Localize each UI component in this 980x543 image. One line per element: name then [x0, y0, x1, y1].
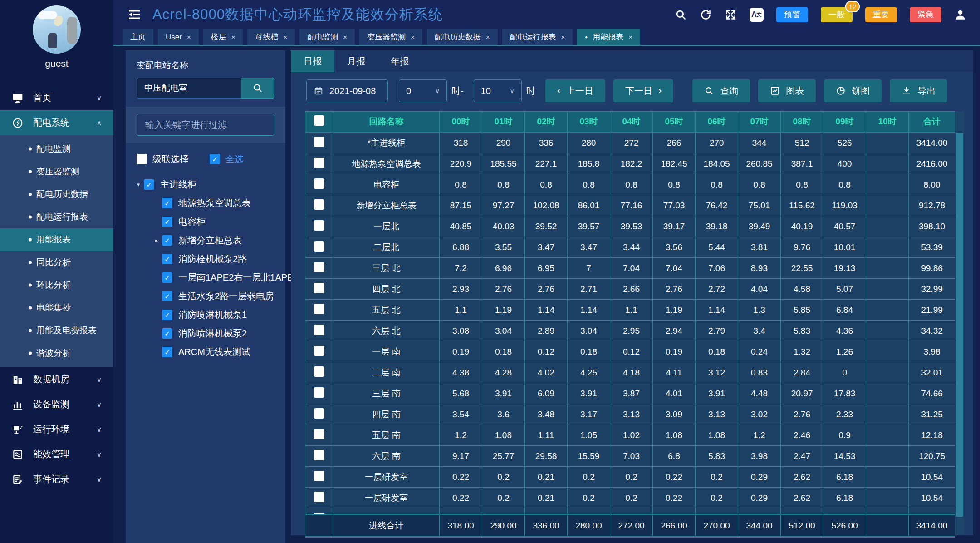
tree-node[interactable]: ✓消防喷淋机械泵2 [133, 324, 285, 343]
report-tab-年报[interactable]: 年报 [378, 50, 421, 72]
checkbox-unchecked[interactable] [314, 387, 324, 398]
checkbox-checked[interactable]: ✓ [144, 179, 154, 190]
sidebar-subitem[interactable]: 环比分析 [0, 274, 113, 296]
refresh-icon[interactable] [700, 9, 712, 21]
checkbox-unchecked[interactable] [314, 199, 324, 210]
alarm-button-3[interactable]: 重要 [865, 7, 897, 22]
window-tab[interactable]: 母线槽× [247, 29, 295, 45]
hour-start-select[interactable]: 0 ∨ [399, 79, 447, 102]
checkbox-unchecked[interactable] [314, 346, 324, 356]
checkbox-checked[interactable]: ✓ [162, 272, 172, 283]
sidebar-subitem[interactable]: 同比分析 [0, 251, 113, 274]
action-button-查询[interactable]: 查询 [692, 79, 750, 102]
checkbox-unchecked[interactable] [314, 115, 324, 126]
sidebar-subitem[interactable]: 电能集抄 [0, 296, 113, 319]
checkbox-unchecked[interactable] [314, 304, 324, 314]
checkbox-checked[interactable]: ✓ [162, 291, 172, 301]
close-icon[interactable]: × [283, 33, 287, 41]
sidebar-subitem[interactable]: 配电运行报表 [0, 206, 113, 228]
sidebar-item[interactable]: 运行环境∨ [0, 417, 113, 442]
checkbox-checked[interactable]: ✓ [162, 217, 172, 227]
checkbox-unchecked[interactable] [314, 429, 324, 439]
action-button-饼图[interactable]: 饼图 [824, 79, 882, 102]
select-all-checkbox[interactable]: ✓ 全选 [210, 153, 244, 165]
checkbox-checked[interactable]: ✓ [162, 310, 172, 320]
hour-end-select[interactable]: 10 ∨ [474, 79, 522, 102]
close-icon[interactable]: × [187, 33, 191, 41]
close-icon[interactable]: × [561, 33, 565, 41]
language-icon[interactable]: A文 [750, 8, 764, 22]
checkbox-unchecked[interactable] [314, 492, 324, 502]
checkbox-unchecked[interactable] [314, 262, 324, 272]
station-search-button[interactable] [241, 78, 274, 99]
caret-right-icon[interactable]: ▸ [151, 237, 162, 244]
window-tab[interactable]: 配电运行报表× [502, 29, 573, 45]
close-icon[interactable]: × [231, 33, 235, 41]
action-button-导出[interactable]: 导出 [890, 79, 947, 102]
avatar[interactable] [33, 5, 81, 54]
alarm-button-4[interactable]: 紧急 [910, 7, 941, 22]
checkbox-unchecked[interactable] [314, 220, 324, 231]
cascade-select-checkbox[interactable]: 级联选择 [137, 153, 189, 165]
checkbox-unchecked[interactable] [314, 408, 324, 419]
fullscreen-icon[interactable] [725, 9, 737, 21]
window-tab[interactable]: 主页 [122, 29, 153, 45]
tree-node-root[interactable]: ▾✓主进线柜 [133, 175, 285, 194]
tree-node[interactable]: ✓生活水泵2路一层弱电房 [133, 287, 285, 306]
checkbox-checked[interactable]: ✓ [162, 235, 172, 246]
window-tab[interactable]: 配电监测× [299, 29, 355, 45]
window-tab[interactable]: ●用能报表× [577, 29, 640, 45]
sidebar-subitem[interactable]: 用能及电费报表 [0, 319, 113, 342]
alarm-button-1[interactable]: 预警 [776, 7, 808, 22]
sidebar-item[interactable]: 设备监测∨ [0, 392, 113, 417]
sidebar-item[interactable]: 配电系统∧ [0, 110, 113, 135]
close-icon[interactable]: × [343, 33, 347, 41]
sidebar-item[interactable]: 数据机房∨ [0, 367, 113, 392]
user-icon[interactable] [954, 9, 966, 21]
next-day-button[interactable]: 下一日› [613, 79, 673, 102]
report-tab-月报[interactable]: 月报 [334, 50, 378, 72]
sidebar-subitem[interactable]: 用能报表 [0, 228, 113, 251]
tree-node[interactable]: ✓一层南1APE2右一层北1APE1左 [133, 268, 285, 287]
sidebar-subitem[interactable]: 谐波分析 [0, 342, 113, 365]
sidebar-item[interactable]: 能效管理∨ [0, 442, 113, 467]
caret-down-icon[interactable]: ▾ [133, 181, 144, 188]
date-picker[interactable]: 2021-09-08 [306, 79, 388, 102]
checkbox-unchecked[interactable] [314, 283, 324, 293]
table-scrollbar[interactable] [955, 111, 964, 534]
close-icon[interactable]: × [628, 33, 632, 41]
close-icon[interactable]: × [411, 33, 415, 41]
alarm-button-2[interactable]: 一般12 [821, 7, 853, 22]
checkbox-checked[interactable]: ✓ [162, 198, 172, 208]
checkbox-checked[interactable]: ✓ [162, 347, 172, 357]
checkbox-checked[interactable]: ✓ [162, 254, 172, 264]
window-tab[interactable]: User× [158, 29, 199, 45]
checkbox-unchecked[interactable] [314, 513, 324, 514]
tree-node[interactable]: ✓消防栓机械泵2路 [133, 250, 285, 268]
tree-node[interactable]: ✓电容柜 [133, 212, 285, 231]
checkbox-unchecked[interactable] [314, 325, 324, 335]
tree-filter-input[interactable] [137, 114, 274, 136]
menu-fold-icon[interactable] [127, 7, 142, 22]
window-tab[interactable]: 楼层× [203, 29, 243, 45]
checkbox-checked[interactable]: ✓ [162, 328, 172, 339]
window-tab[interactable]: 配电历史数据× [427, 29, 498, 45]
checkbox-unchecked[interactable] [314, 158, 324, 168]
tree-node[interactable]: ✓地源热泵空调总表 [133, 194, 285, 212]
checkbox-unchecked[interactable] [314, 241, 324, 252]
checkbox-unchecked[interactable] [314, 137, 324, 147]
sidebar-item[interactable]: 事件记录∨ [0, 467, 113, 492]
search-icon[interactable] [675, 9, 687, 21]
sidebar-subitem[interactable]: 配电监测 [0, 138, 113, 160]
checkbox-unchecked[interactable] [314, 366, 324, 377]
tree-node[interactable]: ✓ARCM无线表测试 [133, 343, 285, 361]
window-tab[interactable]: 变压器监测× [359, 29, 422, 45]
checkbox-unchecked[interactable] [314, 471, 324, 481]
sidebar-item[interactable]: 首页∨ [0, 85, 113, 110]
sidebar-subitem[interactable]: 配电历史数据 [0, 183, 113, 206]
scrollbar-thumb[interactable] [956, 133, 963, 517]
tree-node[interactable]: ▸✓新增分立柜总表 [133, 231, 285, 250]
prev-day-button[interactable]: ‹上一日 [545, 79, 605, 102]
checkbox-unchecked[interactable] [314, 450, 324, 460]
station-name-input[interactable] [137, 78, 241, 99]
